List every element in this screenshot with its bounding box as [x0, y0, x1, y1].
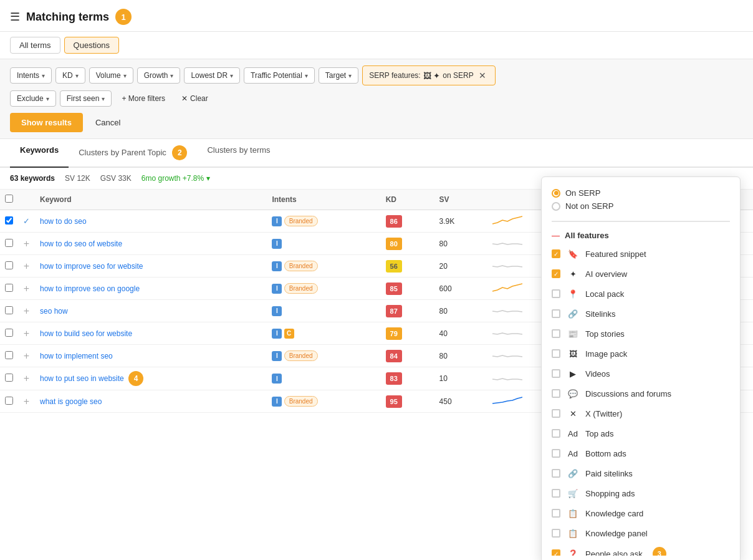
row-checkbox[interactable]: [5, 351, 13, 359]
feature-checkbox: [552, 269, 560, 278]
filter-lowest-dr[interactable]: Lowest DR▾: [184, 67, 240, 84]
kd-badge: 83: [386, 372, 402, 385]
row-action[interactable]: ✓: [18, 210, 35, 233]
serp-features-list: 🔖Featured snippet✦AI overview📍Local pack…: [542, 244, 740, 556]
tab-questions[interactable]: Questions: [64, 37, 120, 54]
filter-intents[interactable]: Intents▾: [10, 67, 52, 84]
row-action[interactable]: +: [18, 322, 35, 345]
row-kd: 95: [381, 390, 434, 413]
serp-dropdown: On SERPNot on SERP — All features 🔖Featu…: [541, 176, 741, 560]
filter-target[interactable]: Target▾: [319, 67, 358, 84]
dropdown-arrow[interactable]: ▾: [206, 174, 210, 183]
feature-checkbox: [552, 309, 560, 318]
row-checkbox[interactable]: [5, 284, 13, 292]
col-intents[interactable]: Intents: [267, 190, 380, 210]
tab-clusters-terms[interactable]: Clusters by terms: [197, 139, 280, 168]
serp-feature-discussions-and-forums[interactable]: 💬Discussions and forums: [542, 384, 740, 403]
serp-feature-paid-sitelinks[interactable]: 🔗Paid sitelinks: [542, 463, 740, 483]
serp-feature-local-pack[interactable]: 📍Local pack: [542, 284, 740, 304]
radio-not-on-serp[interactable]: Not on SERP: [552, 201, 730, 211]
cancel-button[interactable]: Cancel: [88, 113, 128, 132]
keyword-link[interactable]: how to implement seo: [40, 352, 113, 360]
feature-label: Discussions and forums: [585, 389, 671, 398]
serp-feature-featured-snippet[interactable]: 🔖Featured snippet: [542, 244, 740, 264]
filter-kd[interactable]: KD▾: [55, 67, 85, 84]
select-all-checkbox[interactable]: [5, 195, 13, 203]
serp-feature-knowledge-card[interactable]: 📋Knowledge card: [542, 503, 740, 523]
serp-icons: 🖼 ✦: [423, 71, 441, 80]
serp-feature-bottom-ads[interactable]: AdBottom ads: [542, 443, 740, 463]
row-action[interactable]: +: [18, 390, 35, 413]
feature-label: Knowledge panel: [585, 529, 648, 538]
serp-feature-knowledge-panel[interactable]: 📋Knowledge panel: [542, 523, 740, 543]
serp-feature-shopping-ads[interactable]: 🛒Shopping ads: [542, 483, 740, 503]
serp-filter-text: on SERP: [443, 71, 473, 80]
feature-label: AI overview: [585, 269, 627, 279]
row-sv: 450: [434, 390, 486, 413]
row-intents: I Branded: [267, 210, 380, 233]
plus-icon: +: [24, 238, 29, 249]
row-action[interactable]: +: [18, 367, 35, 390]
filter-volume[interactable]: Volume▾: [89, 67, 133, 84]
row-checkbox[interactable]: [5, 397, 13, 405]
serp-feature-image-pack[interactable]: 🖼Image pack: [542, 344, 740, 364]
row-action[interactable]: +: [18, 278, 35, 300]
row-checkbox[interactable]: [5, 216, 13, 224]
branded-label: Branded: [284, 216, 318, 226]
tab-clusters-parent[interactable]: Clusters by Parent Topic 2: [69, 139, 197, 168]
caret-icon: ▾: [102, 95, 105, 102]
caret-icon: ▾: [348, 72, 352, 79]
serp-label: SERP features:: [369, 71, 421, 80]
row-action[interactable]: +: [18, 300, 35, 322]
filter-first-seen[interactable]: First seen▾: [60, 90, 112, 107]
plus-icon: +: [24, 396, 29, 407]
main-tabs: All terms Questions: [0, 32, 753, 59]
row-keyword: how to improve seo on google: [35, 278, 267, 300]
row-checkbox[interactable]: [5, 329, 13, 337]
row-intents: I: [267, 233, 380, 255]
keyword-link[interactable]: how to do seo of website: [40, 239, 122, 248]
row-kd: 80: [381, 233, 434, 255]
keyword-link[interactable]: how to build seo for website: [40, 329, 132, 338]
keyword-link[interactable]: seo how: [40, 307, 68, 316]
serp-feature-videos[interactable]: ▶Videos: [542, 364, 740, 384]
filter-traffic-potential[interactable]: Traffic Potential▾: [244, 67, 315, 84]
keyword-link[interactable]: what is google seo: [40, 397, 102, 406]
serp-feature-top-stories[interactable]: 📰Top stories: [542, 324, 740, 344]
row-intents: I Branded: [267, 278, 380, 300]
serp-feature-sitelinks[interactable]: 🔗Sitelinks: [542, 304, 740, 324]
serp-feature-x-twitter-[interactable]: ✕X (Twitter): [542, 403, 740, 423]
clear-button[interactable]: ✕ Clear: [175, 91, 214, 106]
more-filters-button[interactable]: + More filters: [115, 91, 171, 106]
row-action[interactable]: +: [18, 255, 35, 278]
col-keyword[interactable]: Keyword: [35, 190, 267, 210]
tab-all-terms[interactable]: All terms: [10, 37, 60, 54]
serp-close-button[interactable]: ✕: [476, 69, 489, 82]
tab-keywords[interactable]: Keywords: [10, 139, 69, 168]
feature-checkbox: [552, 249, 560, 258]
col-kd[interactable]: KD: [381, 190, 434, 210]
serp-feature-ai-overview[interactable]: ✦AI overview: [542, 264, 740, 284]
feature-checkbox: [552, 409, 560, 418]
row-action[interactable]: +: [18, 233, 35, 255]
filter-growth[interactable]: Growth▾: [137, 67, 181, 84]
keyword-link[interactable]: how to do seo: [40, 217, 87, 226]
keyword-link[interactable]: how to improve seo on google: [40, 284, 140, 293]
row-checkbox[interactable]: [5, 374, 13, 382]
keyword-link[interactable]: how to improve seo for website: [40, 262, 143, 271]
row-checkbox[interactable]: [5, 306, 13, 314]
col-sv[interactable]: SV: [434, 190, 486, 210]
intent-badge: I: [272, 329, 282, 339]
serp-features-filter[interactable]: SERP features: 🖼 ✦ on SERP ✕: [362, 65, 495, 85]
intent-badge: I: [272, 351, 282, 361]
filter-exclude[interactable]: Exclude▾: [10, 90, 56, 107]
serp-feature-top-ads[interactable]: AdTop ads: [542, 423, 740, 443]
menu-icon[interactable]: ☰: [10, 10, 20, 24]
keyword-link[interactable]: how to put seo in website: [40, 374, 124, 383]
row-checkbox[interactable]: [5, 261, 13, 269]
serp-feature-people-also-ask[interactable]: ❓People also ask3: [542, 543, 740, 556]
row-checkbox[interactable]: [5, 239, 13, 247]
row-action[interactable]: +: [18, 345, 35, 367]
radio-on-serp[interactable]: On SERP: [552, 188, 730, 198]
show-results-button[interactable]: Show results: [10, 113, 83, 132]
